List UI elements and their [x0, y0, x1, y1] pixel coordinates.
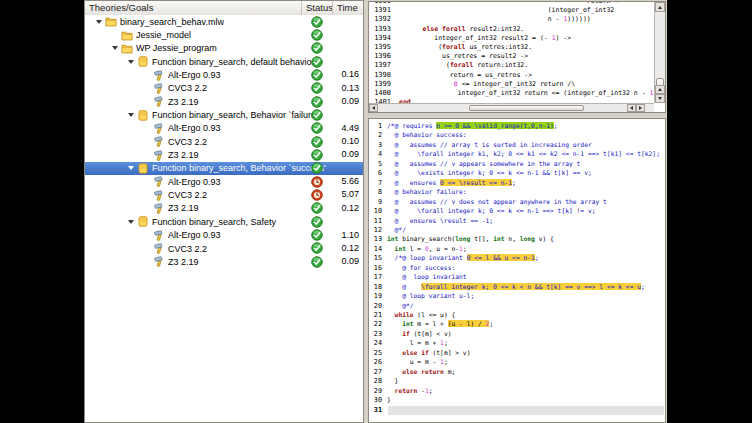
line-number: 1400 — [369, 89, 391, 97]
scroll-left-button[interactable] — [369, 104, 378, 112]
code-segment: ; — [463, 245, 467, 252]
code-line: 28 } — [369, 377, 398, 385]
line-number: 29 — [369, 387, 382, 395]
line-number: 1396 — [369, 52, 391, 60]
tree-row[interactable]: Z3 2.190.12 — [85, 202, 363, 215]
tree-row-content: CVC3 2.2 — [143, 188, 207, 201]
expander-arrow-icon[interactable] — [128, 60, 134, 64]
code-segment: @ ensures — [387, 179, 440, 186]
prover-time: 0.09 — [323, 255, 362, 268]
code-segment: , u = n- — [429, 245, 459, 252]
tree-row[interactable]: CVC3 2.20.10 — [85, 135, 363, 148]
prover-time — [323, 215, 362, 228]
tree-row-selected[interactable]: Function binary_search, Behavior `succes… — [85, 162, 363, 175]
tree-row[interactable]: Alt-Ergo 0.930.16 — [85, 68, 363, 81]
tree-row-label: Function binary_search, default behavior — [152, 57, 315, 67]
code-line: 1391 (integer_of_int32 — [369, 6, 614, 14]
tree-row[interactable]: Function binary_search, Behavior `failur… — [85, 108, 363, 121]
code-segment: forall — [442, 25, 465, 33]
code-segment: n, — [505, 235, 520, 242]
code-segment: u = m - — [387, 358, 440, 365]
tree-row[interactable]: CVC3 2.25.07 — [85, 188, 363, 201]
code-line: 1/*@ requires n >= 0 && \valid_range(t,0… — [369, 122, 558, 130]
tree-row[interactable]: Jessie_model — [85, 28, 363, 41]
tree-row[interactable]: Z3 2.190.09 — [85, 255, 363, 268]
tree-row[interactable]: CVC3 2.20.12 — [85, 242, 363, 255]
tree-row[interactable]: Alt-Ergo 0.931.10 — [85, 229, 363, 242]
code-line: 23 if (t[m] < v) — [369, 330, 451, 338]
screenshot-stage: Theories/Goals Status Time binary_search… — [0, 0, 752, 423]
line-number: 22 — [369, 320, 382, 328]
code-segment: ; — [554, 122, 558, 129]
task-code-view[interactable]: 1390 return <1391 (integer_of_int321392 … — [369, 2, 654, 103]
column-header-theories-goals[interactable]: Theories/Goals — [85, 1, 302, 15]
code-segment — [387, 330, 402, 337]
prover-time: 0.12 — [323, 202, 362, 215]
folder-icon — [121, 30, 133, 41]
code-segment: long — [520, 235, 535, 242]
code-segment: binary_search( — [398, 235, 455, 242]
arrow-down-icon — [658, 97, 662, 100]
prover-time: 1.10 — [323, 229, 362, 242]
code-segment — [399, 80, 454, 88]
expander-arrow-icon[interactable] — [128, 113, 134, 117]
code-line: 3 @ assumes // array t is sorted in incr… — [369, 141, 592, 149]
source-code-view[interactable]: 1/*@ requires n >= 0 && \valid_range(t,0… — [369, 119, 665, 422]
prover-icon — [153, 123, 165, 134]
scroll-right-button[interactable] — [636, 104, 645, 112]
expander-arrow-icon[interactable] — [112, 46, 118, 50]
goal-icon — [137, 56, 149, 67]
hscroll-thumb[interactable] — [469, 105, 584, 111]
line-number: 24 — [369, 339, 382, 347]
tree-row[interactable]: Function binary_search, Safety — [85, 215, 363, 228]
line-number: 26 — [369, 358, 382, 366]
tree-row[interactable]: Z3 2.190.09 — [85, 95, 363, 108]
tree-row[interactable]: Alt-Ergo 0.934.49 — [85, 122, 363, 135]
goal-icon — [137, 110, 149, 121]
expander-arrow-icon[interactable] — [128, 220, 134, 224]
tree-row[interactable]: Z3 2.190.09 — [85, 148, 363, 161]
scroll-left-button-2[interactable] — [627, 104, 636, 112]
goal-icon — [137, 216, 149, 227]
prover-icon — [153, 136, 165, 147]
tree-row-content: CVC3 2.2 — [143, 242, 207, 255]
code-line: 17 @ loop invariant — [369, 273, 467, 281]
scroll-down-button[interactable] — [655, 94, 665, 103]
code-line: 1400 integer_of_int32 return <= (integer… — [369, 89, 654, 97]
column-header-status[interactable]: Status — [302, 1, 333, 15]
line-number: 1399 — [369, 80, 391, 88]
tree-row[interactable]: Function binary_search, default behavior — [85, 55, 363, 68]
code-segment: int — [402, 320, 413, 327]
expander-arrow-icon[interactable] — [96, 20, 102, 24]
scroll-up-button[interactable] — [655, 2, 665, 12]
line-number: 1398 — [369, 71, 391, 79]
tree-row-content: Z3 2.19 — [143, 95, 199, 108]
code-segment: m; — [444, 368, 455, 375]
theories-goals-panel: Theories/Goals Status Time binary_search… — [84, 0, 364, 423]
tree-row[interactable]: binary_search_behav.mlw — [85, 15, 363, 28]
task-vertical-scrollbar[interactable] — [654, 2, 665, 103]
task-horizontal-scrollbar[interactable] — [369, 103, 654, 112]
tree-row[interactable]: Alt-Ergo 0.935.66 — [85, 175, 363, 188]
code-line: 7 @ ensures 0 <= \result <= n-1; — [369, 179, 516, 187]
line-number: 25 — [369, 349, 382, 357]
scroll-up-button-2[interactable] — [655, 85, 665, 94]
tree-row-label: Z3 2.19 — [168, 203, 199, 213]
expander-arrow-icon[interactable] — [128, 166, 134, 170]
line-number: 18 — [369, 283, 382, 291]
tree-row[interactable]: CVC3 2.20.13 — [85, 82, 363, 95]
code-segment: (t[m] > v) — [429, 349, 471, 356]
code-segment — [387, 311, 395, 318]
expander-slot — [95, 20, 105, 24]
prover-icon — [153, 230, 165, 241]
code-segment — [387, 245, 395, 252]
tree-row-label: Function binary_search, Behavior `succes… — [152, 163, 326, 173]
tree-row-content: Alt-Ergo 0.93 — [143, 122, 221, 135]
prover-icon — [153, 83, 165, 94]
tree-row[interactable]: WP Jessie_program — [85, 42, 363, 55]
code-segment: else return — [402, 368, 444, 375]
code-segment: @ assumes // v does not appear anywhere … — [387, 198, 607, 205]
code-segment: @ — [387, 283, 421, 290]
column-header-time[interactable]: Time — [333, 1, 363, 15]
code-segment: - — [417, 387, 425, 394]
